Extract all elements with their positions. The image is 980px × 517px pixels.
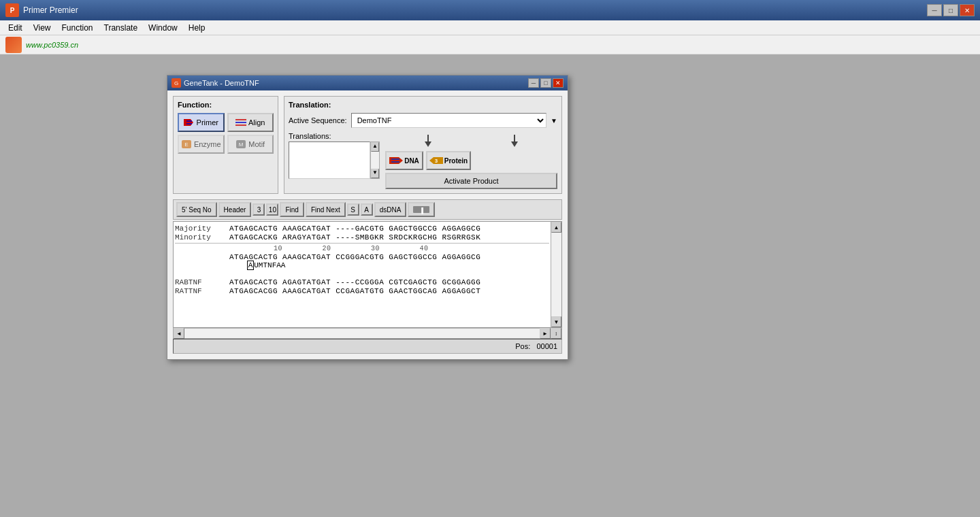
minority-data: ATGAGCACKG ARAGYATGAT ----SMBGKR SRDCKRG… (229, 233, 480, 241)
v-scroll-down[interactable]: ▼ (551, 316, 561, 327)
protein-btn-icon: 3 (429, 155, 443, 166)
menu-edit[interactable]: Edit (3, 22, 28, 34)
v-scrollbar: ▲ ▼ (551, 222, 561, 327)
svg-marker-0 (184, 119, 193, 126)
menu-bar: Edit View Function Translate Window Help (0, 20, 980, 35)
minority-label: Minority (175, 233, 229, 241)
majority-row: Majority ATGAGCACTG AAAGCATGAT ----GACGT… (175, 224, 549, 233)
sequence-display: Majority ATGAGCACTG AAAGCATGAT ----GACGT… (174, 222, 551, 327)
v-scroll-track (551, 233, 561, 316)
protein-button[interactable]: 3 Protein (426, 151, 471, 170)
minimize-btn[interactable]: ─ (927, 4, 942, 16)
motif-button[interactable]: M Motif (227, 135, 274, 154)
translation-panel: Translation: Active Sequence: DemoTNF ▼ … (284, 96, 562, 194)
arrow-head-right (511, 141, 518, 147)
dialog-body: Function: Primer (167, 90, 568, 359)
app-logo: P (5, 3, 19, 17)
title-bar-controls: ─ □ ✕ (927, 4, 975, 16)
humtnfaa-data: ATGAGCACTG AAAGCATGAT CCGGGACGTG GAGCTGG… (229, 253, 480, 278)
dialog-genetank: G GeneTank - DemoTNF ─ □ ✕ Function: (167, 75, 568, 360)
dialog-close-btn[interactable]: ✕ (553, 78, 564, 88)
title-bar: P Primer Premier ─ □ ✕ (0, 0, 980, 20)
translation-right: DNA 3 Protein (385, 132, 557, 189)
active-seq-label: Active Sequence: (289, 116, 347, 124)
rabtnf-data: ATGAGCACTG AGAGTATGAT ----CCGGGA CGTCGAG… (229, 278, 480, 286)
humtnfaa-row: AUMTNFAA ATGAGCACTG AAAGCATGAT CCGGGACGT… (175, 253, 549, 278)
h-scroll-corner: ↕ (551, 328, 561, 339)
separator (175, 243, 549, 244)
a-btn[interactable]: A (361, 203, 373, 216)
protein-btn-label: Protein (444, 157, 468, 165)
header-btn[interactable]: Header (218, 202, 252, 217)
find-btn[interactable]: Find (280, 202, 304, 217)
seq-no-btn[interactable]: 5' Seq No (176, 202, 217, 217)
s-btn[interactable]: S (347, 203, 359, 216)
svg-marker-11 (389, 157, 403, 164)
maximize-btn[interactable]: □ (943, 4, 958, 16)
ruler-spacer (175, 245, 229, 252)
dsdna-btn[interactable]: dsDNA (374, 202, 407, 217)
icon-btn-graphic: ▐ (413, 205, 429, 214)
content-area: G GeneTank - DemoTNF ─ □ ✕ Function: (0, 54, 980, 517)
ruler-row: 10 20 30 40 (175, 245, 549, 252)
primer-button[interactable]: Primer (178, 113, 225, 132)
primer-icon (184, 118, 195, 127)
close-btn[interactable]: ✕ (960, 4, 975, 16)
arrow-left (421, 135, 435, 148)
dialog-logo: G (172, 78, 181, 88)
activate-product-btn[interactable]: Activate Product (385, 173, 557, 189)
icon-btn[interactable]: ▐ (408, 202, 435, 217)
active-sequence-row: Active Sequence: DemoTNF ▼ (289, 113, 557, 128)
dialog-maximize-btn[interactable]: □ (540, 78, 551, 88)
brand-logo (5, 37, 22, 53)
function-buttons: Primer Align (178, 113, 274, 154)
translation-content: Translations: ▲ ▼ (289, 132, 557, 189)
dna-button[interactable]: DNA (385, 151, 423, 170)
translations-label: Translations: (289, 132, 380, 140)
v-scroll-up[interactable]: ▲ (551, 222, 561, 233)
func-btn-row-1: Primer Align (178, 113, 274, 132)
svg-text:E: E (184, 141, 188, 148)
top-section: Function: Primer (173, 96, 562, 194)
active-sequence-select[interactable]: DemoTNF (351, 113, 546, 128)
arrows-row (385, 132, 557, 148)
align-icon (235, 118, 246, 127)
translations-textarea[interactable] (289, 141, 370, 179)
svg-text:M: M (239, 141, 244, 148)
align-button[interactable]: Align (227, 113, 274, 132)
dialog-title-controls: ─ □ ✕ (528, 78, 564, 88)
brand-url: www.pc0359.cn (26, 41, 78, 49)
arrow-line-left (427, 135, 429, 141)
menu-view[interactable]: View (28, 22, 56, 34)
motif-icon: M (235, 139, 246, 149)
majority-data: ATGAGCACTG AAAGCATGAT ----GACGTG GAGCTGG… (229, 224, 480, 233)
translations-area: Translations: ▲ ▼ (289, 132, 380, 189)
scroll-down-btn[interactable]: ▼ (371, 169, 379, 178)
enzyme-button[interactable]: E Enzyme (178, 135, 225, 154)
arrow-right (508, 135, 521, 148)
arrow-head-left (425, 141, 431, 147)
scroll-up-btn[interactable]: ▲ (371, 142, 379, 152)
menu-help[interactable]: Help (183, 22, 211, 34)
enzyme-btn-label: Enzyme (194, 140, 221, 148)
motif-btn-label: Motif (248, 140, 265, 148)
dropdown-arrow: ▼ (551, 117, 557, 124)
dialog-minimize-btn[interactable]: ─ (528, 78, 539, 88)
humtnfaa-label: AUMTNFAA (175, 253, 229, 278)
num10-btn[interactable]: 10 (266, 203, 278, 216)
h-scroll-right[interactable]: ► (540, 328, 551, 339)
status-pos: Pos: 00001 (515, 342, 557, 350)
menu-window[interactable]: Window (143, 22, 183, 34)
find-next-btn[interactable]: Find Next (306, 202, 346, 217)
enzyme-icon: E (181, 139, 192, 149)
function-panel: Function: Primer (173, 96, 278, 194)
h-scroll-left[interactable]: ◄ (174, 328, 184, 339)
arrow-line-right (514, 135, 515, 141)
menu-translate[interactable]: Translate (99, 22, 144, 34)
minority-row: Minority ATGAGCACKG ARAGYATGAT ----SMBGK… (175, 233, 549, 241)
menu-function[interactable]: Function (56, 22, 98, 34)
dialog-title-text: GeneTank - DemoTNF (184, 79, 528, 87)
dna-btn-icon (389, 155, 403, 166)
num3-btn[interactable]: 3 (252, 203, 265, 216)
status-bar: Pos: 00001 (173, 339, 562, 354)
